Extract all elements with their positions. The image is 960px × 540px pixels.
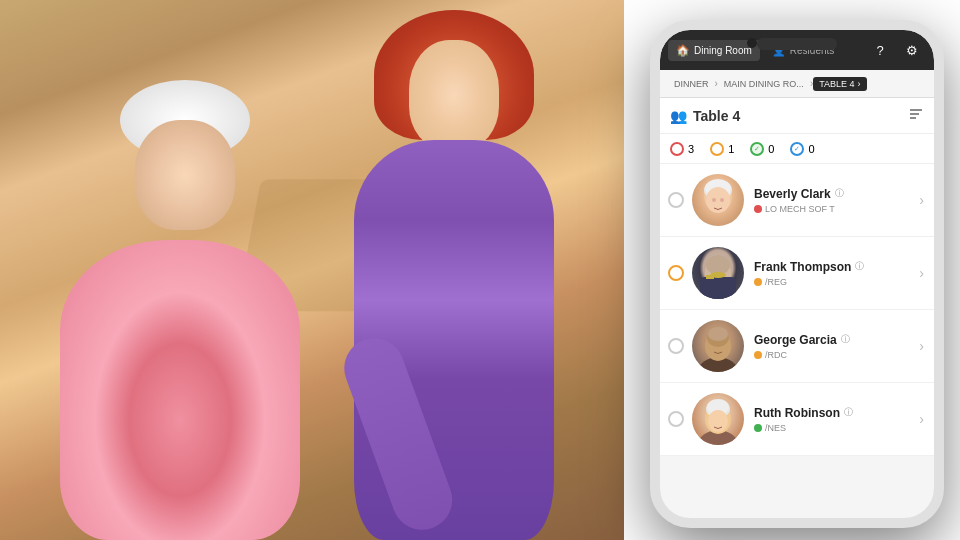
resident-info-icon-george: ⓘ [841,333,850,346]
phone-camera [747,38,757,48]
resident-info-icon-frank: ⓘ [855,260,864,273]
diet-dot-ruth [754,424,762,432]
breadcrumb-chevron: › [858,79,861,89]
phone-device: 🏠 Dining Room 👤 Residents ? ⚙ [650,20,950,530]
resident-avatar-frank [692,247,744,299]
resident-item-beverly[interactable]: Beverly Clark ⓘ LO MECH SOF T › [660,164,934,237]
status-orange: 1 [710,142,734,156]
diet-label-beverly: LO MECH SOF T [765,204,835,214]
young-woman-figure [344,0,564,540]
status-orange-count: 1 [728,143,734,155]
status-blue-count: 0 [808,143,814,155]
resident-chevron-beverly: › [919,192,924,208]
status-green: ✓ 0 [750,142,774,156]
young-sweater [354,140,554,540]
resident-info-icon-beverly: ⓘ [835,187,844,200]
app-content: 🏠 Dining Room 👤 Residents ? ⚙ [660,30,934,518]
resident-info-frank: Frank Thompson ⓘ /REG [754,260,915,287]
elderly-head [120,80,250,230]
svg-point-18 [708,327,728,341]
resident-info-george: George Garcia ⓘ /RDC [754,333,915,360]
page-title: Table 4 [693,108,908,124]
resident-info-ruth: Ruth Robinson ⓘ /NES [754,406,915,433]
dining-room-icon: 🏠 [676,44,690,57]
resident-info-beverly: Beverly Clark ⓘ LO MECH SOF T [754,187,915,214]
scene-figures [0,0,624,540]
breadcrumb-table4-label: TABLE 4 [819,79,854,89]
status-circle-green: ✓ [750,142,764,156]
resident-chevron-frank: › [919,265,924,281]
resident-radio-frank [668,265,684,281]
breadcrumb-table4[interactable]: TABLE 4 › [813,77,866,91]
resident-list: Beverly Clark ⓘ LO MECH SOF T › [660,164,934,518]
resident-diet-george: /RDC [754,350,915,360]
resident-name-beverly: Beverly Clark [754,187,831,201]
status-red-count: 3 [688,143,694,155]
help-icon: ? [876,43,883,58]
breadcrumb-dining-room[interactable]: MAIN DINING RO... [718,77,810,91]
status-circle-red [670,142,684,156]
diet-dot-george [754,351,762,359]
phone-screen: 🏠 Dining Room 👤 Residents ? ⚙ [660,30,934,518]
svg-point-8 [720,198,724,202]
phone-outer-shell: 🏠 Dining Room 👤 Residents ? ⚙ [650,20,944,528]
sort-icon[interactable] [908,106,924,125]
page-title-bar: 👥 Table 4 [660,98,934,134]
status-green-count: 0 [768,143,774,155]
resident-name-george: George Garcia [754,333,837,347]
dining-room-label: Dining Room [694,45,752,56]
diet-dot-frank [754,278,762,286]
resident-info-icon-ruth: ⓘ [844,406,853,419]
help-button[interactable]: ? [866,36,894,64]
young-arm [336,330,461,538]
resident-diet-frank: /REG [754,277,915,287]
status-bar: 3 1 ✓ 0 ✓ 0 [660,134,934,164]
diet-label-ruth: /NES [765,423,786,433]
status-blue: ✓ 0 [790,142,814,156]
resident-chevron-ruth: › [919,411,924,427]
resident-name-ruth: Ruth Robinson [754,406,840,420]
svg-rect-12 [700,277,736,299]
resident-radio-beverly [668,192,684,208]
resident-diet-ruth: /NES [754,423,915,433]
resident-avatar-beverly [692,174,744,226]
status-circle-blue: ✓ [790,142,804,156]
resident-radio-ruth [668,411,684,427]
resident-avatar-george [692,320,744,372]
svg-point-14 [710,272,726,278]
table-icon: 👥 [670,108,687,124]
diet-label-george: /RDC [765,350,787,360]
breadcrumb: DINNER › MAIN DINING RO... › TABLE 4 › [660,70,934,98]
resident-chevron-george: › [919,338,924,354]
settings-button[interactable]: ⚙ [898,36,926,64]
elderly-face [135,120,235,230]
app-header: 🏠 Dining Room 👤 Residents ? ⚙ [660,30,934,70]
resident-radio-george [668,338,684,354]
resident-avatar-ruth [692,393,744,445]
resident-diet-beverly: LO MECH SOF T [754,204,915,214]
diet-label-frank: /REG [765,277,787,287]
young-face [409,40,499,150]
resident-item-ruth[interactable]: Ruth Robinson ⓘ /NES › [660,383,934,456]
settings-icon: ⚙ [906,43,918,58]
status-circle-orange [710,142,724,156]
svg-point-7 [712,198,716,202]
elderly-woman-figure [40,20,340,540]
breadcrumb-dinner[interactable]: DINNER [668,77,715,91]
resident-item-frank[interactable]: Frank Thompson ⓘ /REG › [660,237,934,310]
elderly-shirt [60,240,300,540]
resident-item-george[interactable]: George Garcia ⓘ /RDC › [660,310,934,383]
diet-dot-beverly [754,205,762,213]
resident-name-frank: Frank Thompson [754,260,851,274]
status-red: 3 [670,142,694,156]
phone-notch [757,38,837,50]
